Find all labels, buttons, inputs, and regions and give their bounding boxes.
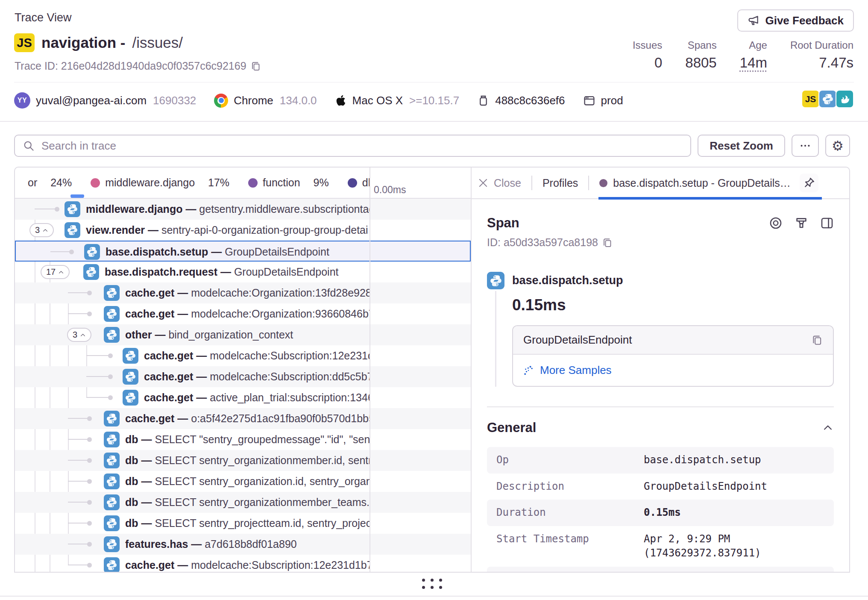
trace-span-row[interactable]: cache.get — o:a5f42e275d1ac91fba90f0b570… <box>15 408 369 429</box>
span-op: cache.get <box>125 412 174 424</box>
general-section-header[interactable]: General <box>487 420 834 435</box>
general-table: Opbase.dispatch.setupDescriptionGroupDet… <box>487 447 834 572</box>
give-feedback-button[interactable]: Give Feedback <box>737 9 854 32</box>
copy-icon[interactable] <box>812 335 823 346</box>
close-icon <box>478 177 489 188</box>
span-description: modelcache:Subscription:dd5c5b70 <box>210 371 369 382</box>
trace-span-row[interactable]: cache.get — active_plan_trial:subscripti… <box>15 387 369 408</box>
waterfall-row[interactable] <box>370 450 471 471</box>
stat-value-age[interactable]: 14m <box>740 55 767 71</box>
more-samples-label: More Samples <box>540 364 612 377</box>
collapse-chip[interactable]: 3 <box>29 223 54 237</box>
pushpin-icon <box>803 177 815 189</box>
waterfall-row[interactable] <box>370 513 471 534</box>
focus-ring-icon[interactable] <box>769 216 783 230</box>
tree-connector <box>68 418 88 419</box>
collapse-chip[interactable]: 3 <box>67 328 91 342</box>
split-panel-icon[interactable] <box>820 216 834 230</box>
time-axis-tick: 0.00ms <box>374 184 406 196</box>
span-op: cache.get <box>125 559 174 571</box>
waterfall-row[interactable] <box>370 199 471 220</box>
waterfall-panel: 0.00ms <box>369 168 471 572</box>
trace-span-row[interactable]: cache.get — modelcache:Subscription:12e2… <box>15 555 369 572</box>
waterfall-row[interactable] <box>370 282 471 303</box>
span-op: other <box>125 329 152 341</box>
collapse-chip[interactable]: 17 <box>41 265 70 279</box>
trace-span-row[interactable]: cache.get — modelcache:Subscription:dd5c… <box>15 366 369 387</box>
waterfall-row[interactable] <box>370 471 471 492</box>
waterfall-row[interactable] <box>370 366 471 387</box>
waterfall-row[interactable] <box>370 220 471 241</box>
trace-span-row[interactable]: cache.get — modelcache:Organization:13fd… <box>15 282 369 303</box>
trace-span-row[interactable]: db — SELECT "sentry_groupedmessage"."id"… <box>15 429 369 450</box>
active-tab-label: base.dispatch.setup - GroupDetails… <box>613 177 791 189</box>
waterfall-row[interactable] <box>370 241 471 262</box>
trace-span-row[interactable]: base.dispatch.setup — GroupDetailsEndpoi… <box>15 241 369 262</box>
trace-span-row[interactable]: 17base.dispatch.request — GroupDetailsEn… <box>15 262 369 282</box>
tab-span-active[interactable]: base.dispatch.setup - GroupDetails… <box>599 168 821 199</box>
pin-tab-button[interactable] <box>800 174 818 192</box>
python-icon <box>83 264 99 280</box>
copy-icon[interactable] <box>602 238 613 248</box>
stat-spans: Spans 8805 <box>685 39 716 71</box>
waterfall-row[interactable] <box>370 534 471 555</box>
span-description: SELECT "sentry_groupedmessage"."id", "se… <box>155 433 369 445</box>
span-row-label: cache.get — modelcache:Organization:13fd… <box>125 287 369 299</box>
trace-span-row[interactable]: db — SELECT sentry_organization.id, sent… <box>15 471 369 492</box>
waterfall-row[interactable] <box>370 492 471 513</box>
python-icon <box>104 432 120 447</box>
endpoint-box-header: GroupDetailsEndpoint <box>513 326 833 355</box>
trace-span-row[interactable]: cache.get — modelcache:Organization:9366… <box>15 303 369 324</box>
stat-age: Age 14m <box>740 39 767 71</box>
trace-span-row[interactable]: 3other — bind_organization_context <box>15 324 369 345</box>
more-options-button[interactable] <box>792 135 819 157</box>
search-input[interactable] <box>41 139 690 153</box>
browser-version: 134.0.0 <box>280 94 317 107</box>
waterfall-row[interactable] <box>370 262 471 282</box>
drag-handle[interactable] <box>422 579 442 589</box>
settings-button[interactable]: ⚙ <box>825 135 850 157</box>
trace-span-row[interactable]: middleware.django — getsentry.middleware… <box>15 199 369 220</box>
waterfall-row[interactable] <box>370 555 471 573</box>
python-icon <box>65 201 80 217</box>
search-box[interactable] <box>14 135 691 157</box>
trace-span-row[interactable]: cache.get — modelcache:Subscription:12e2… <box>15 345 369 366</box>
waterfall-row[interactable] <box>370 408 471 429</box>
span-row-label: cache.get — modelcache:Subscription:12e2… <box>125 559 369 571</box>
python-icon <box>104 285 120 301</box>
trace-span-row[interactable]: 3view.render — sentry-api-0-organization… <box>15 220 369 241</box>
legend-item[interactable]: function 9% <box>248 176 329 189</box>
os-meta: Mac OS X >=10.15.7 <box>335 94 460 107</box>
waterfall-row[interactable] <box>370 303 471 324</box>
span-op-dot-icon <box>599 179 607 187</box>
more-samples-link[interactable]: More Samples <box>513 355 833 386</box>
waterfall-row[interactable] <box>370 387 471 408</box>
close-tab-button[interactable]: Close <box>478 177 521 189</box>
copy-icon[interactable] <box>251 61 261 71</box>
span-description: SELECT sentry_organization.id, sentry_or… <box>155 475 369 487</box>
waterfall-row[interactable] <box>370 345 471 366</box>
reset-zoom-button[interactable]: Reset Zoom <box>698 135 785 157</box>
trace-span-row[interactable]: db — SELECT sentry_projectteam.id, sentr… <box>15 513 369 534</box>
trace-span-row[interactable]: db — SELECT sentry_organizationmember_te… <box>15 492 369 513</box>
tab-profiles[interactable]: Profiles <box>542 177 578 189</box>
span-row-label: middleware.django — getsentry.middleware… <box>86 203 369 215</box>
funnel-icon[interactable] <box>795 216 808 230</box>
waterfall-row[interactable] <box>370 429 471 450</box>
trace-span-row[interactable]: features.has — a7d618b8df01a890 <box>15 534 369 555</box>
legend-item[interactable]: db.redis 8% <box>348 176 369 189</box>
general-row: End TimestampApr 2, 9:29 PM(1743629372.8… <box>487 567 834 572</box>
waterfall-row[interactable] <box>370 324 471 345</box>
span-op-name: base.dispatch.setup <box>512 274 623 287</box>
megaphone-icon <box>748 15 760 26</box>
trace-tree-rows: middleware.django — getsentry.middleware… <box>15 199 369 572</box>
trace-span-row[interactable]: db — SELECT sentry_organizationmember.id… <box>15 450 369 471</box>
trace-tree-panel: or 24% middleware.django 17% function 9%… <box>15 168 369 572</box>
legend-item[interactable]: middleware.django 17% <box>91 176 229 189</box>
python-icon <box>84 244 100 260</box>
legend-item[interactable]: or 24% <box>28 176 72 189</box>
stat-label: Age <box>749 39 767 51</box>
span-id-text: ID: a50d33a597ca8198 <box>487 236 598 249</box>
span-row-label: cache.get — active_plan_trial:subscripti… <box>144 391 369 404</box>
stat-label: Spans <box>688 39 717 51</box>
